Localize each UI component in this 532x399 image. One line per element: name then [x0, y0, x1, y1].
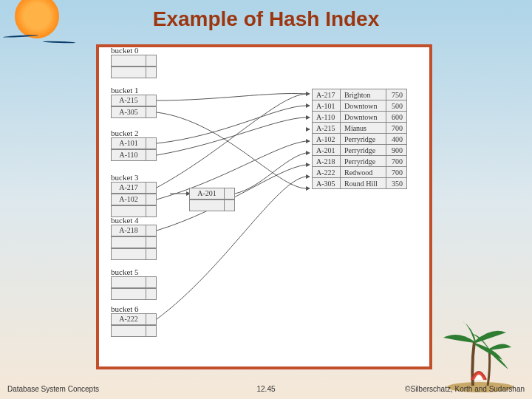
table-cell: Perryridge	[341, 134, 386, 145]
table-cell: A-218	[313, 156, 341, 167]
table-row: A-215Mianus700	[313, 123, 407, 134]
table-cell: Downtown	[341, 100, 386, 112]
arrowhead	[306, 103, 310, 108]
arrowhead	[306, 151, 310, 155]
table-cell: A-215	[313, 123, 341, 134]
table-row: A-222Redwood700	[313, 167, 407, 178]
table-cell: 750	[386, 89, 407, 100]
bucket-entry: A-222	[111, 313, 146, 325]
table-cell: 900	[386, 145, 407, 156]
table-row: A-101Downtown500	[313, 100, 407, 112]
arrowhead	[306, 92, 310, 96]
table-row: A-217Brighton750	[313, 89, 407, 100]
arrowhead	[306, 127, 310, 132]
pointer-slot	[146, 149, 157, 161]
table-row: A-218Perryridge700	[313, 156, 407, 167]
bucket-entry: A-305	[111, 106, 146, 118]
table-cell: Downtown	[341, 112, 386, 123]
footer-right: ©Silberschatz, Korth and Sudarshan	[405, 385, 525, 393]
table-row: A-201Perryridge900	[313, 145, 407, 156]
bucket-label: bucket 1	[111, 86, 139, 95]
pointer-slot	[146, 205, 157, 217]
pointer-slot	[146, 313, 157, 325]
bucket-label: bucket 0	[111, 46, 139, 55]
table-cell: Brighton	[341, 89, 386, 100]
table-cell: 700	[386, 167, 407, 178]
pointer-slot	[146, 55, 157, 66]
pointer-slot	[146, 288, 157, 300]
arrowhead	[306, 186, 310, 191]
arrowhead	[306, 174, 310, 179]
bucket-slot	[111, 325, 146, 337]
diagram-frame: bucket 0 bucket 1 A-215 A-305 bucket 2 A…	[96, 44, 432, 369]
table-cell: A-101	[313, 100, 341, 112]
arrowhead	[306, 163, 310, 167]
bucket-label: bucket 3	[111, 173, 139, 182]
table-cell: A-305	[313, 178, 341, 189]
bucket-slot	[111, 276, 146, 288]
overflow-slot	[189, 200, 225, 211]
pointer-slot	[146, 95, 157, 106]
table-row: A-305Round Hill350	[313, 178, 407, 189]
pointer-slot	[146, 106, 157, 118]
bucket-label: bucket 4	[111, 216, 139, 225]
table-cell: 500	[386, 100, 407, 112]
bucket-entry: A-101	[111, 137, 146, 149]
table-cell: 600	[386, 112, 407, 123]
table-cell: Perryridge	[341, 145, 386, 156]
bucket-label: bucket 5	[111, 267, 139, 276]
bucket-entry: A-102	[111, 194, 146, 205]
arrowhead	[306, 115, 310, 120]
table-cell: 700	[386, 123, 407, 134]
bucket-label: bucket 2	[111, 129, 139, 137]
pointer-slot	[146, 236, 157, 248]
table-cell: A-201	[313, 145, 341, 156]
pointer-slot	[146, 194, 157, 205]
bucket-label: bucket 6	[111, 304, 139, 313]
pointer-slot	[146, 248, 157, 260]
table-cell: A-102	[313, 134, 341, 145]
table-cell: Round Hill	[341, 178, 386, 189]
palm-decoration	[429, 319, 517, 393]
table-cell: A-222	[313, 167, 341, 178]
bucket-slot	[111, 248, 146, 260]
pointer-slot	[146, 137, 157, 149]
pointer-slot	[146, 325, 157, 337]
bucket-entry: A-218	[111, 225, 146, 236]
pointer-slot	[146, 182, 157, 194]
pointer-slot	[225, 188, 235, 200]
table-cell: Perryridge	[341, 156, 386, 167]
bucket-slot	[111, 288, 146, 300]
hash-index-diagram: bucket 0 bucket 1 A-215 A-305 bucket 2 A…	[99, 47, 429, 366]
pointer-slot	[225, 200, 235, 211]
bucket-slot	[111, 66, 146, 78]
bucket-entry: A-217	[111, 182, 146, 194]
bucket-entry: A-110	[111, 149, 146, 161]
wave-decoration	[43, 41, 75, 44]
overflow-entry: A-201	[189, 188, 225, 200]
table-row: A-102Perryridge400	[313, 134, 407, 145]
pointer-slot	[146, 276, 157, 288]
table-row: A-110Downtown600	[313, 112, 407, 123]
table-cell: 400	[386, 134, 407, 145]
arrowhead	[306, 139, 310, 143]
table-cell: A-217	[313, 89, 341, 100]
pointer-slot	[146, 225, 157, 236]
table-cell: A-110	[313, 112, 341, 123]
bucket-slot	[111, 55, 146, 66]
pointer-slot	[146, 66, 157, 78]
table-cell: Redwood	[341, 167, 386, 178]
slide-title: Example of Hash Index	[0, 7, 532, 31]
table-cell: 700	[386, 156, 407, 167]
table-cell: 350	[386, 178, 407, 189]
bucket-slot	[111, 236, 146, 248]
bucket-entry: A-215	[111, 95, 146, 106]
table-cell: Mianus	[341, 123, 386, 134]
records-table: A-217Brighton750A-101Downtown500A-110Dow…	[312, 89, 407, 189]
